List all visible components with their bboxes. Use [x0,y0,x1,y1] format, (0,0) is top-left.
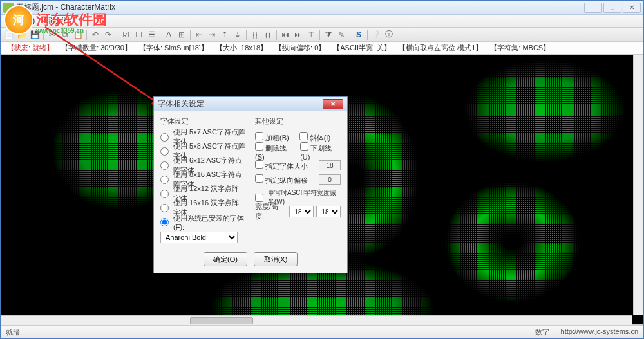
watermark: 河 河东软件园 www.pc0359.cn [4,5,107,35]
height-select[interactable]: 18 [316,206,341,217]
info-font: 【字体: SimSun[18]】 [137,42,211,53]
spec-size-spinner[interactable]: 18 [319,160,341,170]
radio-system-font[interactable]: 使用系统已安装的字体(F): [160,215,246,229]
status-ready: 就绪 [6,327,20,337]
tool-arrow-right-icon[interactable]: ⇥ [206,29,218,41]
tool-skip-end-icon[interactable]: ⏭ [292,29,304,41]
info-charset: 【字符集: MBCS】 [488,42,553,53]
tool-grid-icon[interactable]: ⊞ [176,29,187,41]
tool-brace-icon[interactable]: {} [249,29,261,41]
infobar: 【状态: 就绪】 【字模数量: 30/0/30】 【字体: SimSun[18]… [1,42,643,55]
check-spec-size[interactable]: 指定字体大小 [255,160,308,171]
tool-font-icon[interactable]: A [163,29,175,41]
tool-tee-icon[interactable]: ⊤ [305,29,317,41]
tool-uncheck-icon[interactable]: ☐ [133,29,144,41]
tool-arrow-up-icon[interactable]: ⇡ [219,29,231,41]
dialog-titlebar[interactable]: 字体相关设定 ✕ [154,97,347,111]
check-bold[interactable]: 加粗(B) [255,132,289,143]
check-italic[interactable]: 斜体(I) [299,132,330,143]
tool-about-icon[interactable]: ⓘ [383,29,395,41]
check-spec-voffset[interactable]: 指定纵向偏移 [255,174,308,185]
font-settings-dialog: 字体相关设定 ✕ 字体设定 使用 5x7 ASC字符点阵字体 使用 5x8 AS… [153,96,348,273]
scrollbar-vertical[interactable] [633,55,643,315]
width-select[interactable]: 18 [289,206,314,217]
status-url: http://www.jc-systems.cn [561,327,638,337]
font-family-select[interactable]: Aharoni Bold [160,232,238,243]
scrollbar-horizontal[interactable] [1,315,632,325]
info-size: 【大小: 18x18】 [213,42,270,53]
check-underline[interactable]: 下划线(U) [300,142,341,161]
tool-list-icon[interactable]: ☰ [146,29,157,41]
other-group-label: 其他设定 [255,116,341,126]
font-group-label: 字体设定 [160,116,246,126]
minimize-button[interactable]: — [584,3,602,13]
wh-label: 宽度/高度: [255,202,287,221]
tool-paren-icon[interactable]: () [262,29,274,41]
info-ascii: 【ASCII半宽: 关】 [330,42,393,53]
tool-help-icon[interactable]: ❔ [370,29,382,41]
cancel-button[interactable]: 取消(X) [254,252,298,266]
tool-s-icon[interactable]: S [353,29,365,41]
maximize-button[interactable]: □ [603,3,621,13]
tool-arrow-down-icon[interactable]: ⇣ [232,29,243,41]
tool-filter-icon[interactable]: ⧩ [323,29,334,41]
dialog-close-button[interactable]: ✕ [323,99,343,109]
watermark-logo-icon: 河 [4,5,33,35]
tool-arrow-left-icon[interactable]: ⇤ [193,29,205,41]
info-chars: 【字模数量: 30/0/30】 [59,42,134,53]
tool-check-icon[interactable]: ☑ [120,29,131,41]
tool-pencil-icon[interactable]: ✎ [336,29,347,41]
info-voffset: 【纵向偏移: 0】 [272,42,328,53]
close-button[interactable]: ✕ [623,3,641,13]
tool-skip-start-icon[interactable]: ⏮ [279,29,291,41]
check-strike[interactable]: 删除线(S) [255,142,295,161]
watermark-url: www.pc0359.cn [36,27,84,34]
status-digit: 数字 [535,327,549,337]
spec-voffset-spinner[interactable]: 0 [319,174,341,185]
info-hmode: 【横向取点左高位 模式1】 [396,42,485,53]
statusbar: 就绪 数字 http://www.jc-systems.cn [1,325,643,338]
ok-button[interactable]: 确定(O) [204,252,247,266]
info-state: 【状态: 就绪】 [5,42,56,53]
dialog-title: 字体相关设定 [158,98,323,109]
